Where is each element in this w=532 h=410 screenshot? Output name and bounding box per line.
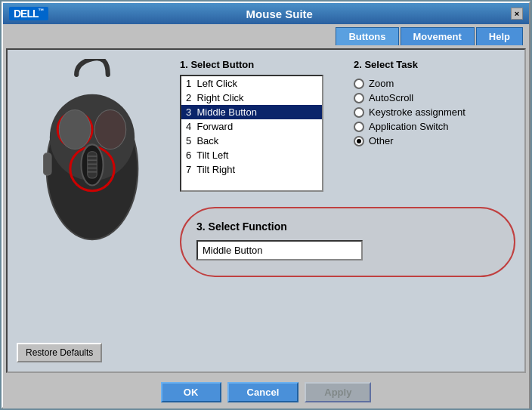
right-panel: 1. Select Button 1 Left Click 2 Right Cl… [180, 59, 515, 362]
task-keystroke[interactable]: Keystroke assignment [354, 106, 515, 118]
left-panel: Restore Defaults [17, 59, 168, 362]
radio-keystroke[interactable] [354, 107, 364, 118]
select-button-section: 1. Select Button 1 Left Click 2 Right Cl… [180, 59, 342, 192]
select-button-title: 1. Select Button [180, 59, 342, 70]
select-function-title: 3. Select Function [196, 220, 499, 233]
list-item-selected[interactable]: 3 Middle Button [181, 105, 322, 119]
list-item[interactable]: 2 Right Click [181, 91, 322, 105]
title-bar-left: DELL™ [9, 7, 48, 20]
mouse-svg [24, 59, 160, 255]
section-row-top: 1. Select Button 1 Left Click 2 Right Cl… [180, 59, 515, 192]
svg-point-3 [59, 110, 91, 150]
main-layout: Restore Defaults 1. Select Button 1 Left… [17, 59, 515, 362]
list-item[interactable]: 6 Tilt Left [181, 148, 322, 162]
ok-button[interactable]: OK [161, 382, 221, 402]
main-window: DELL™ Mouse Suite × Buttons Movement Hel… [2, 2, 530, 408]
tab-help[interactable]: Help [476, 27, 523, 45]
task-zoom[interactable]: Zoom [354, 78, 515, 89]
tab-bar: Buttons Movement Help [3, 24, 529, 45]
select-task-title: 2. Select Task [354, 59, 515, 70]
svg-rect-13 [44, 153, 51, 175]
task-autoscroll[interactable]: AutoScroll [354, 92, 515, 103]
apply-button[interactable]: Apply [305, 382, 371, 402]
radio-autoscroll[interactable] [354, 93, 364, 103]
mouse-image [24, 59, 160, 255]
content-area: Restore Defaults 1. Select Button 1 Left… [6, 48, 526, 373]
svg-rect-7 [88, 152, 97, 178]
select-function-section: 3. Select Function Middle Button Zoom Au… [180, 207, 515, 277]
tab-movement[interactable]: Movement [401, 27, 475, 45]
task-options: Zoom AutoScroll Keystroke assignment [354, 75, 515, 146]
list-item[interactable]: 1 Left Click [181, 76, 322, 91]
select-task-section: 2. Select Task Zoom AutoScroll [354, 59, 515, 192]
logo-text: DELL [14, 8, 39, 20]
tab-buttons[interactable]: Buttons [336, 27, 398, 45]
window-title: Mouse Suite [48, 8, 511, 20]
task-other[interactable]: Other [354, 135, 515, 146]
list-item[interactable]: 4 Forward [181, 119, 322, 134]
list-item[interactable]: 7 Tilt Right [181, 162, 322, 177]
function-dropdown[interactable]: Middle Button Zoom AutoScroll Keystroke … [196, 240, 363, 260]
dropdown-wrapper: Middle Button Zoom AutoScroll Keystroke … [196, 240, 363, 260]
cancel-button[interactable]: Cancel [227, 382, 299, 402]
close-button[interactable]: × [511, 8, 523, 20]
radio-appswitch[interactable] [354, 122, 364, 132]
radio-zoom[interactable] [354, 79, 364, 89]
svg-point-4 [94, 110, 126, 150]
bottom-bar: OK Cancel Apply [3, 376, 529, 408]
task-appswitch[interactable]: Application Switch [354, 121, 515, 132]
radio-other[interactable] [354, 136, 364, 146]
logo-tm: ™ [39, 8, 44, 14]
list-item[interactable]: 5 Back [181, 134, 322, 148]
dell-logo: DELL™ [9, 7, 48, 20]
title-bar: DELL™ Mouse Suite × [3, 3, 529, 24]
button-list: 1 Left Click 2 Right Click 3 Middle Butt… [180, 75, 323, 192]
restore-defaults-button[interactable]: Restore Defaults [17, 343, 102, 362]
